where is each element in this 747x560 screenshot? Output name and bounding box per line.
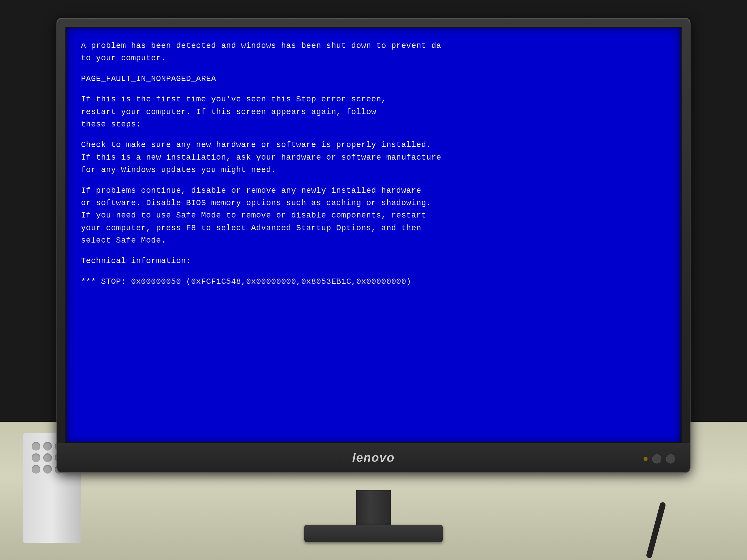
- bsod-line-7: Check to make sure any new hardware or s…: [81, 138, 666, 151]
- power-button[interactable]: [666, 454, 675, 463]
- menu-button[interactable]: [652, 454, 662, 463]
- brand-label: lenovo: [352, 451, 394, 465]
- bsod-spacer-4: [81, 176, 666, 184]
- monitor-bottom-bezel: lenovo: [57, 443, 690, 472]
- bsod-spacer-2: [81, 85, 666, 93]
- bsod-line-3: PAGE_FAULT_IN_NONPAGED_AREA: [81, 73, 666, 85]
- monitor: A problem has been detected and windows …: [56, 18, 691, 473]
- bsod-spacer-6: [81, 267, 666, 275]
- scene: A problem has been detected and windows …: [0, 0, 747, 560]
- bsod-line-10: If problems continue, disable or remove …: [81, 184, 666, 197]
- bsod-spacer-5: [81, 247, 666, 255]
- bsod-line-11: or software. Disable BIOS memory options…: [81, 197, 666, 209]
- bezel-controls: [644, 454, 675, 463]
- bsod-spacer-1: [81, 64, 666, 73]
- vent-hole: [32, 465, 40, 474]
- vent-hole: [32, 453, 40, 462]
- bsod-line-14: select Safe Mode.: [81, 234, 666, 247]
- bsod-line-16: *** STOP: 0x00000050 (0xFCF1C548,0x00000…: [81, 275, 666, 288]
- bsod-line-8: If this is a new installation, ask your …: [81, 151, 666, 164]
- bsod-line-13: your computer, press F8 to select Advanc…: [81, 222, 666, 234]
- bsod-line-6: these steps:: [81, 118, 666, 131]
- bsod-line-15: Technical information:: [81, 255, 666, 267]
- bsod-spacer-3: [81, 131, 666, 138]
- vent-hole: [32, 442, 40, 451]
- bsod-screen: A problem has been detected and windows …: [66, 27, 681, 443]
- vent-hole: [43, 453, 52, 462]
- bsod-line-2: to your computer.: [81, 52, 666, 64]
- monitor-bezel: A problem has been detected and windows …: [57, 19, 690, 472]
- bsod-line-4: If this is the first time you've seen th…: [81, 93, 666, 105]
- monitor-stand-base: [304, 525, 443, 542]
- monitor-stand-neck: [356, 490, 391, 525]
- bsod-line-1: A problem has been detected and windows …: [81, 39, 666, 52]
- power-indicator-icon: [644, 457, 648, 461]
- bsod-line-9: for any Windows updates you might need.: [81, 164, 666, 176]
- bsod-line-5: restart your computer. If this screen ap…: [81, 106, 666, 118]
- bsod-content: A problem has been detected and windows …: [67, 28, 680, 299]
- vent-hole: [43, 442, 52, 451]
- vent-hole: [43, 465, 52, 474]
- bsod-line-12: If you need to use Safe Mode to remove o…: [81, 209, 666, 221]
